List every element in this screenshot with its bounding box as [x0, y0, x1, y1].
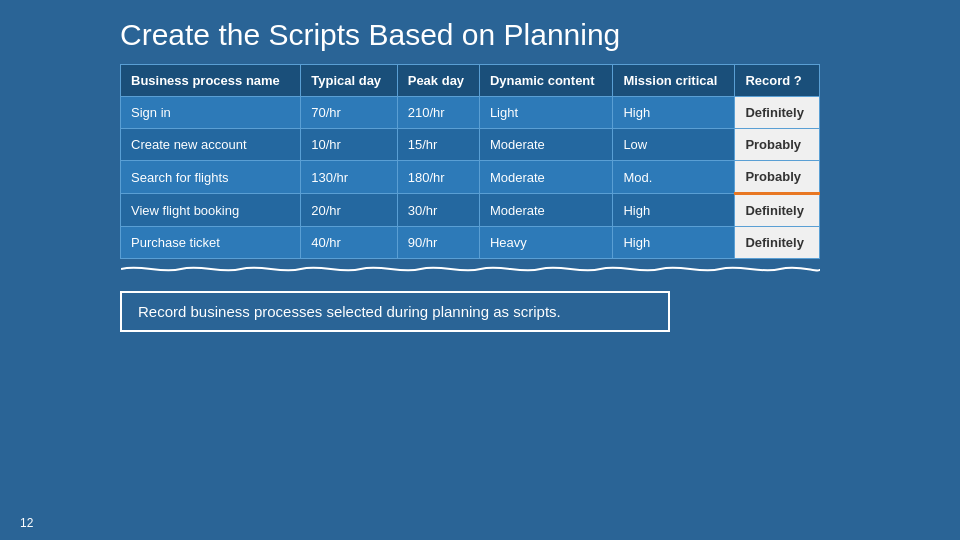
- cell-dynamic-content: Heavy: [479, 227, 613, 259]
- cell-mission-critical: High: [613, 97, 735, 129]
- bottom-note-box: Record business processes selected durin…: [120, 291, 670, 332]
- cell-name: Purchase ticket: [121, 227, 301, 259]
- cell-dynamic-content: Moderate: [479, 129, 613, 161]
- col-header-typical-day: Typical day: [301, 65, 397, 97]
- cell-peak-day: 210/hr: [397, 97, 479, 129]
- table-row: Sign in70/hr210/hrLightHighDefinitely: [121, 97, 820, 129]
- cell-name: View flight booking: [121, 194, 301, 227]
- scripts-table: Business process name Typical day Peak d…: [120, 64, 820, 279]
- col-header-record: Record ?: [735, 65, 820, 97]
- cell-typical-day: 40/hr: [301, 227, 397, 259]
- col-header-business-process: Business process name: [121, 65, 301, 97]
- cell-peak-day: 15/hr: [397, 129, 479, 161]
- table-row: Purchase ticket40/hr90/hrHeavyHighDefini…: [121, 227, 820, 259]
- cell-mission-critical: Low: [613, 129, 735, 161]
- col-header-dynamic-content: Dynamic content: [479, 65, 613, 97]
- cell-record: Definitely: [735, 227, 820, 259]
- cell-peak-day: 90/hr: [397, 227, 479, 259]
- col-header-mission-critical: Mission critical: [613, 65, 735, 97]
- cell-mission-critical: High: [613, 227, 735, 259]
- cell-record: Definitely: [735, 194, 820, 227]
- bottom-note-text: Record business processes selected durin…: [138, 303, 561, 320]
- col-header-peak-day: Peak day: [397, 65, 479, 97]
- table-row: View flight booking20/hr30/hrModerateHig…: [121, 194, 820, 227]
- cell-peak-day: 30/hr: [397, 194, 479, 227]
- cell-record: Probably: [735, 129, 820, 161]
- cell-typical-day: 70/hr: [301, 97, 397, 129]
- table-container: Business process name Typical day Peak d…: [120, 64, 820, 279]
- cell-peak-day: 180/hr: [397, 161, 479, 194]
- cell-dynamic-content: Moderate: [479, 161, 613, 194]
- cell-dynamic-content: Light: [479, 97, 613, 129]
- cell-typical-day: 130/hr: [301, 161, 397, 194]
- cell-typical-day: 20/hr: [301, 194, 397, 227]
- cell-record: Definitely: [735, 97, 820, 129]
- cell-mission-critical: Mod.: [613, 161, 735, 194]
- cell-record: Probably: [735, 161, 820, 194]
- table-header-row: Business process name Typical day Peak d…: [121, 65, 820, 97]
- page-title: Create the Scripts Based on Planning: [0, 0, 960, 64]
- cell-name: Search for flights: [121, 161, 301, 194]
- cell-dynamic-content: Moderate: [479, 194, 613, 227]
- page-number: 12: [20, 516, 33, 530]
- cell-mission-critical: High: [613, 194, 735, 227]
- table-row: Search for flights130/hr180/hrModerateMo…: [121, 161, 820, 194]
- wavy-divider-row: [121, 259, 820, 280]
- cell-name: Create new account: [121, 129, 301, 161]
- table-row: Create new account10/hr15/hrModerateLowP…: [121, 129, 820, 161]
- cell-typical-day: 10/hr: [301, 129, 397, 161]
- cell-name: Sign in: [121, 97, 301, 129]
